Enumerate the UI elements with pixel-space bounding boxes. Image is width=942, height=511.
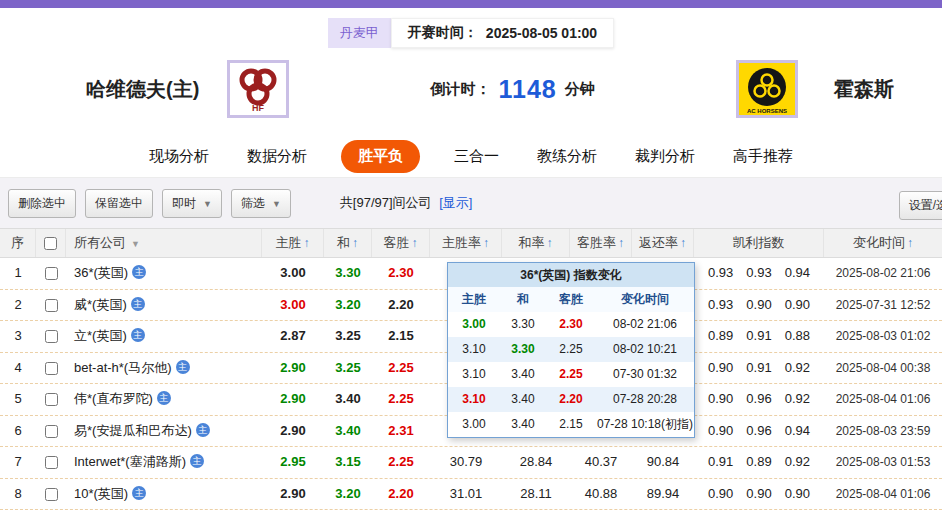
table-row[interactable]: 810*(英国)主2.903.202.2031.0128.1140.8889.9… (0, 479, 942, 511)
odds-draw: 3.15 (324, 447, 372, 478)
svg-text:HF: HF (252, 103, 264, 113)
kelly-value: 0.94 (785, 258, 810, 288)
kelly-value: 0.90 (785, 290, 810, 320)
row-checkbox[interactable] (45, 425, 58, 438)
tab-6[interactable]: 裁判分析 (631, 141, 699, 172)
row-index: 1 (0, 258, 36, 289)
odds-home: 2.90 (262, 416, 324, 447)
header-change-time[interactable]: 变化时间↑ (824, 229, 942, 257)
header-away-rate[interactable]: 客胜率↑ (570, 229, 632, 257)
popup-cell: 3.00 (448, 312, 500, 337)
delete-selected-button[interactable]: 删除选中 (8, 189, 76, 218)
kelly-value: 0.93 (708, 258, 733, 288)
row-checkbox[interactable] (45, 267, 58, 280)
odds-draw: 3.40 (324, 384, 372, 415)
home-team-logo: HF (227, 60, 289, 118)
popup-cell: 3.40 (500, 387, 546, 412)
filter-dropdown[interactable]: 筛选▼ (231, 189, 291, 218)
kelly-value: 0.91 (708, 447, 733, 477)
odds-away: 2.25 (372, 384, 430, 415)
kelly-value: 0.92 (785, 384, 810, 414)
company-name[interactable]: 36*(英国)主 (66, 258, 262, 289)
table-row[interactable]: 7Interwet*(塞浦路斯)主2.953.152.2530.7928.844… (0, 447, 942, 479)
rate-3: 40.88 (570, 479, 632, 510)
filter-icon[interactable]: ▼ (131, 239, 140, 249)
countdown-unit: 分钟 (565, 80, 595, 99)
odds-draw: 3.20 (324, 290, 372, 321)
header-home-odds[interactable]: 主胜↑ (262, 229, 324, 257)
kelly-values: 0.900.900.90 (694, 479, 824, 510)
kelly-value: 0.88 (785, 321, 810, 351)
table-header-row: 序 所有公司▼ 主胜↑ 和↑ 客胜↑ 主胜率↑ 和率↑ 客胜率↑ 返还率↑ 凯利… (0, 228, 942, 258)
row-index: 7 (0, 447, 36, 478)
row-checkbox[interactable] (45, 362, 58, 375)
tab-2[interactable]: 数据分析 (243, 141, 311, 172)
kelly-values: 0.930.930.94 (694, 258, 824, 289)
kelly-value: 0.90 (785, 479, 810, 509)
keep-selected-button[interactable]: 保留选中 (85, 189, 153, 218)
odds-away: 2.31 (372, 416, 430, 447)
company-name[interactable]: 立*(英国)主 (66, 321, 262, 352)
popup-row: 3.103.402.2507-30 01:32 (448, 362, 694, 387)
tab-5[interactable]: 教练分析 (533, 141, 601, 172)
row-checkbox[interactable] (45, 299, 58, 312)
change-time: 2025-08-03 01:53 (824, 447, 942, 478)
popup-cell: 3.00 (448, 412, 500, 437)
change-time: 2025-08-04 01:06 (824, 479, 942, 510)
row-checkbox-cell (36, 258, 66, 289)
header-draw-rate[interactable]: 和率↑ (502, 229, 570, 257)
row-index: 3 (0, 321, 36, 352)
header-away-odds[interactable]: 客胜↑ (372, 229, 430, 257)
select-all-checkbox[interactable] (44, 237, 57, 250)
company-name[interactable]: 威*(英国)主 (66, 290, 262, 321)
popup-row: 3.003.302.3008-02 21:06 (448, 312, 694, 337)
popup-row: 3.103.402.2007-28 20:28 (448, 387, 694, 412)
change-time: 2025-08-03 23:59 (824, 416, 942, 447)
home-badge: 主 (176, 360, 190, 374)
header-company-label: 所有公司 (74, 235, 126, 250)
odds-home: 2.90 (262, 353, 324, 384)
row-checkbox[interactable] (45, 393, 58, 406)
show-link[interactable]: [显示] (439, 195, 472, 210)
settings-button[interactable]: 设置/选 (899, 191, 942, 220)
row-checkbox[interactable] (45, 488, 58, 501)
sort-up-icon: ↑ (352, 236, 358, 250)
company-name[interactable]: 10*(英国)主 (66, 479, 262, 510)
company-name[interactable]: 易*(安提瓜和巴布达)主 (66, 416, 262, 447)
popup-cell: 2.30 (546, 312, 596, 337)
home-badge: 主 (157, 391, 171, 405)
odds-change-popup: 36*(英国) 指数变化 主胜和客胜变化时间 3.003.302.3008-02… (447, 262, 695, 438)
change-time: 2025-08-04 00:38 (824, 353, 942, 384)
header-away-label: 客胜 (384, 235, 410, 250)
kelly-value: 0.91 (746, 353, 771, 383)
league-badge[interactable]: 丹麦甲 (328, 18, 391, 48)
header-draw-odds[interactable]: 和↑ (324, 229, 372, 257)
kelly-values: 0.890.910.88 (694, 321, 824, 352)
header-company[interactable]: 所有公司▼ (66, 229, 262, 257)
tab-1[interactable]: 现场分析 (145, 141, 213, 172)
chevron-down-icon: ▼ (272, 199, 281, 209)
popup-row: 3.003.402.1507-28 10:18(初指) (448, 412, 694, 437)
tab-7[interactable]: 高手推荐 (729, 141, 797, 172)
sort-up-icon: ↑ (680, 236, 686, 250)
change-time: 2025-08-03 01:02 (824, 321, 942, 352)
row-index: 5 (0, 384, 36, 415)
company-name[interactable]: bet-at-h*(马尔他)主 (66, 353, 262, 384)
kelly-value: 0.91 (746, 321, 771, 351)
company-name[interactable]: Interwet*(塞浦路斯)主 (66, 447, 262, 478)
company-name[interactable]: 伟*(直布罗陀)主 (66, 384, 262, 415)
header-return-rate[interactable]: 返还率↑ (632, 229, 694, 257)
kickoff-box: 开赛时间： 2025-08-05 01:00 (391, 18, 614, 48)
rate-3: 40.37 (570, 447, 632, 478)
popup-cell: 3.40 (500, 412, 546, 437)
tab-3[interactable]: 胜平负 (341, 140, 420, 173)
countdown: 倒计时： 1148 分钟 (289, 75, 736, 104)
header-home-rate[interactable]: 主胜率↑ (430, 229, 502, 257)
home-badge: 主 (131, 297, 145, 311)
popup-headers: 主胜和客胜变化时间 (448, 287, 694, 312)
instant-dropdown[interactable]: 即时▼ (162, 189, 222, 218)
tab-4[interactable]: 三合一 (450, 141, 503, 172)
row-checkbox[interactable] (45, 330, 58, 343)
row-checkbox[interactable] (45, 456, 58, 469)
row-checkbox-cell (36, 384, 66, 415)
